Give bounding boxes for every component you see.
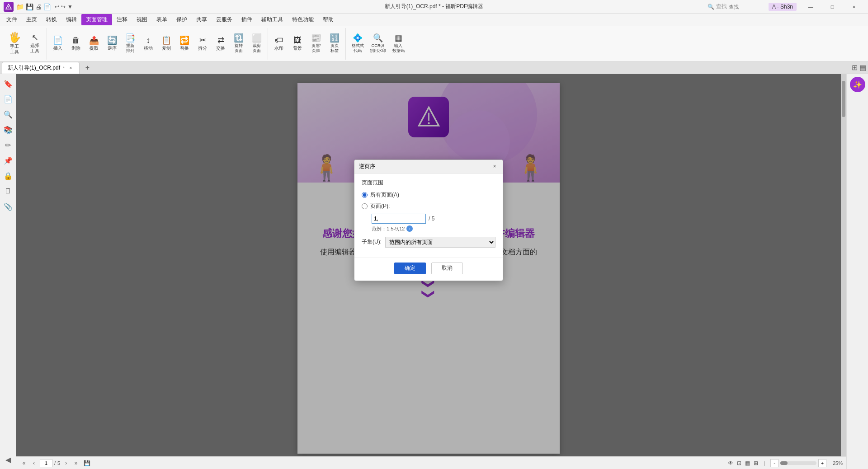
move-btn[interactable]: ↕ 移动 (139, 29, 157, 58)
menu-icon-print[interactable]: 🖨 (35, 3, 42, 10)
insert-btn[interactable]: 📄 插入 (49, 29, 67, 58)
user-area[interactable]: A - Sh3n (769, 3, 797, 11)
watermark-btn[interactable]: 🏷 水印 (270, 29, 288, 58)
sidebar-bookmark[interactable]: 🔖 (1, 77, 15, 90)
scrollbar-thumb[interactable] (842, 81, 845, 117)
copy-btn[interactable]: 📋 复制 (157, 29, 175, 58)
menu-home[interactable]: 主页 (22, 14, 42, 25)
watermark-icon: 🏷 (275, 36, 283, 44)
headerfooter-btn[interactable]: 📰 页眉/页脚 (307, 29, 325, 58)
menu-plugin[interactable]: 插件 (237, 14, 257, 25)
menu-edit[interactable]: 编辑 (61, 14, 81, 25)
next-page-btn[interactable]: › (62, 459, 70, 467)
rotate-btn[interactable]: 🔃 旋转页面 (230, 29, 248, 58)
menu-cloud[interactable]: 云服务 (212, 14, 237, 25)
zoom-out-btn[interactable]: - (770, 459, 778, 467)
cancel-button[interactable]: 取消 (431, 263, 463, 274)
tab-list-view-btn[interactable]: ▤ (859, 63, 866, 72)
split-btn[interactable]: ✂ 拆分 (193, 29, 212, 58)
sidebar-pages[interactable]: 📄 (1, 92, 15, 106)
reorder-btn[interactable]: 📑 重新排列 (121, 29, 139, 58)
zoom-slider[interactable] (780, 461, 816, 465)
radio-all-input[interactable] (362, 192, 368, 198)
tab-close-btn[interactable]: × (67, 65, 74, 71)
sidebar-lock[interactable]: 🔒 (1, 169, 15, 183)
zoom-in-btn[interactable]: + (818, 459, 826, 467)
close-button[interactable]: × (844, 0, 864, 14)
new-tab-btn[interactable]: + (81, 62, 93, 74)
menu-icon-save[interactable]: 💾 (26, 3, 33, 10)
view-separator: | (764, 460, 765, 466)
reverse-btn[interactable]: 🔄 逆序 (103, 29, 121, 58)
menu-assist[interactable]: 辅助工具 (257, 14, 288, 25)
dialog-close-btn[interactable]: × (491, 163, 498, 170)
menu-pagemanage[interactable]: 页面管理 (81, 14, 112, 25)
hand-tool-btn[interactable]: 🖐 手工工具 (5, 29, 24, 58)
view-icon-1[interactable]: ⊡ (737, 460, 741, 466)
barcode-btn[interactable]: ▦ 输入数据码 (388, 29, 408, 58)
sidebar-stamp[interactable]: 🗒 (1, 184, 15, 198)
info-icon[interactable]: i (406, 225, 413, 232)
select-tool-btn[interactable]: ↖ 选择工具 (25, 29, 45, 58)
radio-all-label[interactable]: 所有页面(A) (370, 191, 399, 199)
undo-btn[interactable]: ↩ (55, 4, 59, 10)
crop-btn[interactable]: ⬜ 裁剪页面 (248, 29, 266, 58)
extract-btn[interactable]: 📤 提取 (85, 29, 103, 58)
tab-main[interactable]: 新人引导(1)_OCR.pdf * × (2, 62, 80, 74)
view-icon-2[interactable]: ▦ (745, 460, 750, 466)
last-page-btn[interactable]: » (72, 459, 80, 467)
menu-share[interactable]: 共享 (192, 14, 212, 25)
menu-form[interactable]: 表单 (152, 14, 172, 25)
replace-btn[interactable]: 🔁 替换 (175, 29, 193, 58)
delete-btn[interactable]: 🗑 删除 (67, 29, 85, 58)
pdf-canvas[interactable]: 🧍 🧍 欢 迎 感谢您如全球6.5亿用户一样信任福昕PDF编辑器 使用编辑器可以… (16, 74, 841, 456)
menu-help[interactable]: 帮助 (318, 14, 338, 25)
sidebar-collapse[interactable]: ◀ (1, 453, 15, 466)
sidebar-layers[interactable]: 📚 (1, 123, 15, 136)
first-page-btn[interactable]: « (20, 459, 28, 467)
minimize-button[interactable]: — (800, 0, 821, 14)
menu-file[interactable]: 文件 (2, 14, 22, 25)
search-icon: 🔍 (708, 4, 714, 10)
formatcode-icon: 💠 (353, 34, 363, 42)
tab-grid-view-btn[interactable]: ⊞ (852, 63, 858, 72)
subset-select[interactable]: 范围内的所有页面 奇数页 偶数页 (385, 237, 495, 248)
menu-feature[interactable]: 特色功能 (288, 14, 318, 25)
radio-pages-label[interactable]: 页面(P): (370, 202, 390, 210)
exchange-btn[interactable]: ⇄ 交换 (212, 29, 230, 58)
search-input[interactable] (729, 3, 765, 11)
pagenum-btn[interactable]: 🔢 页次标签 (326, 29, 344, 58)
sidebar-annotation[interactable]: 📌 (1, 154, 15, 167)
more-btn[interactable]: ▼ (67, 4, 73, 10)
menu-icon-folder[interactable]: 📁 (16, 3, 24, 10)
menu-comment[interactable]: 注释 (112, 14, 132, 25)
tool-group-header: 🏷 水印 🖼 背景 📰 页眉/页脚 🔢 页次标签 (268, 28, 346, 60)
sidebar-search[interactable]: 🔍 (1, 108, 15, 121)
redo-btn[interactable]: ↪ (61, 4, 66, 10)
menu-protect[interactable]: 保护 (172, 14, 192, 25)
page-input[interactable] (40, 459, 52, 467)
sidebar-attachment[interactable]: 📎 (1, 200, 15, 213)
vertical-scrollbar[interactable] (841, 74, 846, 456)
app: 📁 💾 🖨 📄 ↩ ↪ ▼ 新人引导(1)_OCR.pdf * - 福昕PDF编… (0, 0, 868, 469)
prev-page-btn[interactable]: ‹ (30, 459, 38, 467)
formatcode-btn[interactable]: 💠 格式式代码 (348, 29, 368, 58)
view-icon-3[interactable]: ⊞ (754, 460, 758, 466)
background-btn[interactable]: 🖼 背景 (288, 29, 307, 58)
ai-assist-icon[interactable]: ✨ (850, 77, 865, 92)
ocr-btn[interactable]: 🔍 OCR识别用水印 (368, 29, 388, 58)
radio-pages-input[interactable] (362, 203, 368, 209)
maximize-button[interactable]: □ (822, 0, 843, 14)
menu-convert[interactable]: 转换 (42, 14, 61, 25)
sidebar-signature[interactable]: ✏ (1, 138, 15, 152)
menu-icon-new[interactable]: 📄 (43, 3, 51, 10)
app-logo (4, 2, 14, 12)
statusbar-right: 👁 ⊡ ▦ ⊞ | - + 25% (728, 459, 843, 467)
confirm-button[interactable]: 确定 (394, 263, 426, 274)
menu-view[interactable]: 视图 (132, 14, 152, 25)
range-hint-row: 范例：1,5-9,12 i (372, 225, 495, 232)
window-menu-icons[interactable]: 📁 💾 🖨 📄 ↩ ↪ ▼ (16, 3, 73, 10)
split-icon: ✂ (199, 36, 206, 44)
page-range-input[interactable] (372, 214, 426, 224)
reorder-icon: 📑 (125, 34, 135, 42)
